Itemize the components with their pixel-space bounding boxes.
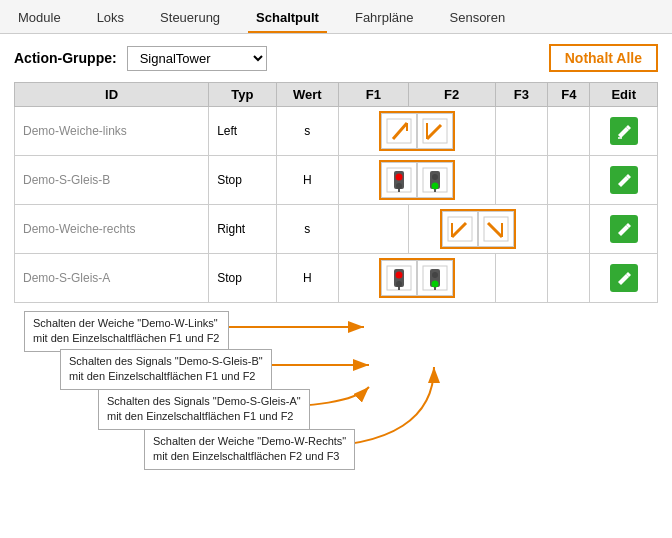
row2-edit[interactable] — [590, 156, 658, 205]
table-row: Demo-S-Gleis-B Stop H — [15, 156, 658, 205]
row4-f2-btn[interactable] — [417, 260, 453, 296]
row3-typ: Right — [209, 205, 276, 254]
row4-edit-icon[interactable] — [610, 264, 638, 292]
row1-wert: s — [276, 107, 338, 156]
row2-f1-btn[interactable] — [381, 162, 417, 198]
row4-f4 — [548, 254, 590, 303]
main-content: Action-Gruppe: SignalTower Nothalt Alle … — [0, 34, 672, 517]
row3-f1 — [339, 205, 409, 254]
col-header-edit: Edit — [590, 83, 658, 107]
anno1-line1: Schalten der Weiche "Demo-W-Links" — [33, 317, 218, 329]
table-row: Demo-Weiche-links Left s — [15, 107, 658, 156]
nav-sensoren[interactable]: Sensoren — [442, 6, 514, 33]
anno2-line2: mit den Einzelschaltflächen F1 und F2 — [69, 370, 256, 382]
anno4-line2: mit den Einzelschaltflächen F2 und F3 — [153, 450, 340, 462]
annotations-section: Schalten der Weiche "Demo-W-Links" mit d… — [14, 307, 658, 507]
row1-edit-icon[interactable] — [610, 117, 638, 145]
row1-f2-btn[interactable] — [417, 113, 453, 149]
action-group-label: Action-Gruppe: — [14, 50, 117, 66]
row1-f3 — [495, 107, 548, 156]
row4-id: Demo-S-Gleis-A — [15, 254, 209, 303]
row2-f2-btn[interactable] — [417, 162, 453, 198]
col-header-f2: F2 — [408, 83, 495, 107]
row2-wert: H — [276, 156, 338, 205]
row1-f1-btn[interactable] — [381, 113, 417, 149]
row3-wert: s — [276, 205, 338, 254]
row1-fn-group[interactable] — [379, 111, 455, 151]
nav-module[interactable]: Module — [10, 6, 69, 33]
annotation-1: Schalten der Weiche "Demo-W-Links" mit d… — [24, 311, 229, 352]
row1-edit[interactable] — [590, 107, 658, 156]
svg-point-25 — [395, 272, 402, 279]
row4-f1-btn[interactable] — [381, 260, 417, 296]
col-header-wert: Wert — [276, 83, 338, 107]
row2-fn-group[interactable] — [379, 160, 455, 200]
row4-f3 — [495, 254, 548, 303]
nav-loks[interactable]: Loks — [89, 6, 132, 33]
table-row: Demo-S-Gleis-A Stop H — [15, 254, 658, 303]
anno2-line1: Schalten des Signals "Demo-S-Gleis-B" — [69, 355, 263, 367]
annotation-2: Schalten des Signals "Demo-S-Gleis-B" mi… — [60, 349, 272, 390]
row1-f4 — [548, 107, 590, 156]
nav-fahrplaene[interactable]: Fahrpläne — [347, 6, 422, 33]
svg-point-26 — [396, 281, 402, 287]
annotation-4: Schalten der Weiche "Demo-W-Rechts" mit … — [144, 429, 355, 470]
svg-point-14 — [432, 174, 438, 180]
annotation-3: Schalten des Signals "Demo-S-Gleis-A" mi… — [98, 389, 310, 430]
col-header-id: ID — [15, 83, 209, 107]
row4-typ: Stop — [209, 254, 276, 303]
svg-point-31 — [431, 281, 438, 288]
row1-id: Demo-Weiche-links — [15, 107, 209, 156]
col-header-f4: F4 — [548, 83, 590, 107]
anno1-line2: mit den Einzelschaltflächen F1 und F2 — [33, 332, 220, 344]
col-header-f3: F3 — [495, 83, 548, 107]
anno4-line1: Schalten der Weiche "Demo-W-Rechts" — [153, 435, 346, 447]
row2-id: Demo-S-Gleis-B — [15, 156, 209, 205]
col-header-f1: F1 — [339, 83, 409, 107]
row2-edit-icon[interactable] — [610, 166, 638, 194]
nav-bar: Module Loks Steuerung Schaltpult Fahrplä… — [0, 0, 672, 34]
row3-f2-btn[interactable] — [442, 211, 478, 247]
col-header-typ: Typ — [209, 83, 276, 107]
main-table: ID Typ Wert F1 F2 F3 F4 Edit Demo-Weiche… — [14, 82, 658, 303]
anno3-line1: Schalten des Signals "Demo-S-Gleis-A" — [107, 395, 301, 407]
row4-wert: H — [276, 254, 338, 303]
row3-f4 — [548, 205, 590, 254]
svg-point-10 — [396, 183, 402, 189]
row2-f4 — [548, 156, 590, 205]
nav-steuerung[interactable]: Steuerung — [152, 6, 228, 33]
nothalt-alle-button[interactable]: Nothalt Alle — [549, 44, 658, 72]
row3-edit-icon[interactable] — [610, 215, 638, 243]
row1-f1f2 — [339, 107, 496, 156]
nav-schaltpult[interactable]: Schaltpult — [248, 6, 327, 33]
row4-f1f2 — [339, 254, 496, 303]
action-group-row: Action-Gruppe: SignalTower Nothalt Alle — [14, 44, 658, 72]
row1-typ: Left — [209, 107, 276, 156]
row3-f2f3 — [408, 205, 547, 254]
row3-f3-btn[interactable] — [478, 211, 514, 247]
row2-f3 — [495, 156, 548, 205]
row2-f1f2 — [339, 156, 496, 205]
row3-fn-group[interactable] — [440, 209, 516, 249]
svg-point-15 — [431, 183, 438, 190]
table-row: Demo-Weiche-rechts Right s — [15, 205, 658, 254]
row4-edit[interactable] — [590, 254, 658, 303]
row3-id: Demo-Weiche-rechts — [15, 205, 209, 254]
action-group-select[interactable]: SignalTower — [127, 46, 267, 71]
svg-point-9 — [395, 174, 402, 181]
row4-fn-group[interactable] — [379, 258, 455, 298]
row2-typ: Stop — [209, 156, 276, 205]
anno3-line2: mit den Einzelschaltflächen F1 und F2 — [107, 410, 294, 422]
svg-point-30 — [432, 272, 438, 278]
row3-edit[interactable] — [590, 205, 658, 254]
